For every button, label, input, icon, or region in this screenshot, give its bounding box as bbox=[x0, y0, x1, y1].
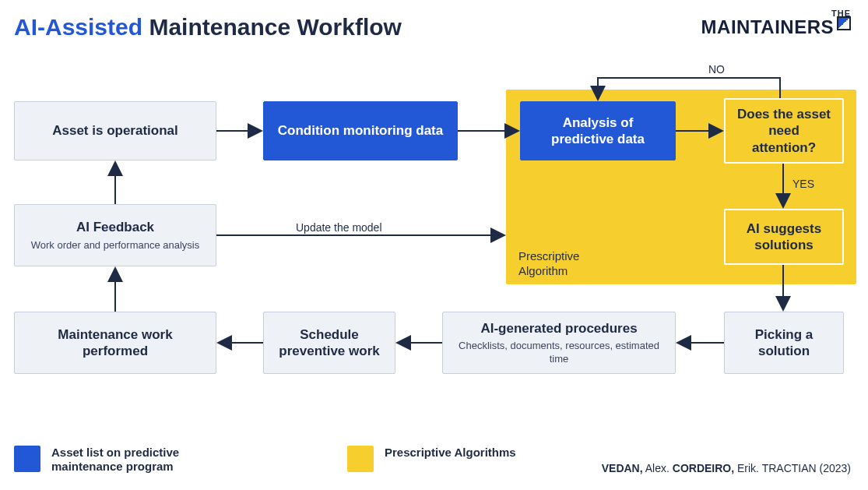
node-schedule-preventive: Schedule preventive work bbox=[263, 312, 395, 374]
legend-item-prescriptive: Prescriptive Algorithms bbox=[347, 446, 516, 472]
prescriptive-region-label: Prescriptive Algorithm bbox=[518, 249, 612, 279]
node-asset-operational: Asset is operational bbox=[14, 101, 216, 160]
logo-line2: MAINTAINERS bbox=[701, 16, 834, 37]
legend-text: Asset list on predictive maintenance pro… bbox=[51, 446, 223, 475]
citation-author2: CORDEIRO, bbox=[673, 462, 734, 474]
legend-swatch-yellow bbox=[347, 446, 374, 472]
legend-swatch-blue bbox=[14, 446, 40, 472]
node-sublabel: Checklists, documents, resources, estima… bbox=[454, 340, 664, 365]
node-ai-suggests: AI suggests solutions bbox=[724, 209, 844, 265]
citation-source: TRACTIAN (2023) bbox=[762, 462, 851, 474]
edge-label-yes: YES bbox=[792, 178, 814, 190]
node-label: Schedule preventive work bbox=[275, 326, 384, 360]
node-label: AI suggests solutions bbox=[736, 220, 831, 254]
node-label: AI Feedback bbox=[76, 219, 154, 235]
diagram-title: AI-Assisted Maintenance Workflow bbox=[14, 14, 402, 41]
brand-logo: THE MAINTAINERS bbox=[701, 9, 851, 37]
node-ai-procedures: AI-generated procedures Checklists, docu… bbox=[442, 312, 676, 374]
node-maintenance-performed: Maintenance work performed bbox=[14, 312, 216, 374]
logo-mark-icon bbox=[837, 16, 851, 30]
legend-text: Prescriptive Algorithms bbox=[385, 446, 516, 460]
node-label: AI-generated procedures bbox=[480, 320, 637, 337]
title-highlight: AI-Assisted bbox=[14, 14, 142, 40]
node-label: Maintenance work performed bbox=[26, 326, 205, 360]
node-analysis-predictive: Analysis of predictive data bbox=[520, 101, 676, 160]
node-label: Asset is operational bbox=[52, 122, 178, 139]
node-condition-monitoring: Condition monitoring data bbox=[263, 101, 458, 160]
node-label: Analysis of predictive data bbox=[532, 115, 664, 148]
node-label: Picking a solution bbox=[736, 326, 832, 360]
legend: Asset list on predictive maintenance pro… bbox=[14, 446, 516, 475]
citation: VEDAN, Alex. CORDEIRO, Erik. TRACTIAN (2… bbox=[602, 462, 851, 474]
node-attention-question: Does the asset need attention? bbox=[724, 98, 844, 164]
legend-item-predictive: Asset list on predictive maintenance pro… bbox=[14, 446, 223, 475]
node-picking-solution: Picking a solution bbox=[724, 312, 844, 374]
edge-label-update: Update the model bbox=[296, 221, 382, 234]
title-rest: Maintenance Workflow bbox=[149, 14, 402, 40]
node-ai-feedback: AI Feedback Work order and performance a… bbox=[14, 204, 216, 266]
node-sublabel: Work order and performance analysis bbox=[31, 239, 200, 252]
node-label: Does the asset need attention? bbox=[736, 106, 831, 156]
citation-author1: VEDAN, bbox=[602, 462, 643, 474]
edge-label-no: NO bbox=[708, 63, 725, 76]
node-label: Condition monitoring data bbox=[278, 122, 443, 139]
